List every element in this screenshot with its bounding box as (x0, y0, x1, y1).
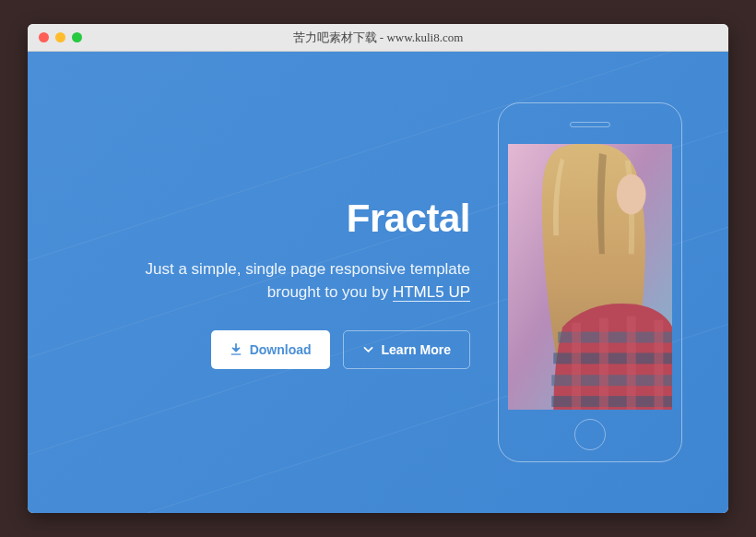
phone-mockup (498, 102, 682, 462)
button-row: Download Learn More (101, 330, 470, 369)
subtitle: Just a simple, single page responsive te… (101, 257, 470, 304)
svg-rect-9 (655, 320, 664, 410)
phone-screen (508, 144, 672, 410)
hero-section: Fractal Just a simple, single page respo… (28, 52, 728, 513)
browser-window: 苦力吧素材下载 - www.kuli8.com Fractal Just a s… (28, 24, 728, 513)
html5up-link[interactable]: HTML5 UP (393, 283, 470, 302)
screenshot-image (508, 144, 672, 410)
svg-rect-8 (627, 316, 636, 410)
page-title: Fractal (101, 197, 470, 241)
maximize-button[interactable] (72, 32, 82, 42)
chevron-down-icon (362, 343, 374, 355)
learn-more-button[interactable]: Learn More (343, 330, 470, 369)
svg-rect-7 (599, 318, 608, 410)
svg-rect-5 (551, 396, 672, 407)
download-label: Download (250, 342, 312, 357)
phone-home-button (574, 419, 606, 450)
phone-speaker (570, 122, 610, 127)
download-button[interactable]: Download (211, 330, 330, 369)
close-button[interactable] (39, 32, 49, 42)
download-icon (230, 343, 242, 356)
traffic-lights (28, 32, 82, 42)
svg-point-1 (617, 174, 646, 215)
window-title: 苦力吧素材下载 - www.kuli8.com (28, 30, 728, 46)
hero-content: Fractal Just a simple, single page respo… (101, 197, 498, 369)
window-titlebar: 苦力吧素材下载 - www.kuli8.com (28, 24, 728, 52)
minimize-button[interactable] (55, 32, 65, 42)
svg-rect-6 (572, 323, 581, 410)
svg-rect-4 (551, 375, 672, 386)
learn-more-label: Learn More (382, 342, 451, 357)
